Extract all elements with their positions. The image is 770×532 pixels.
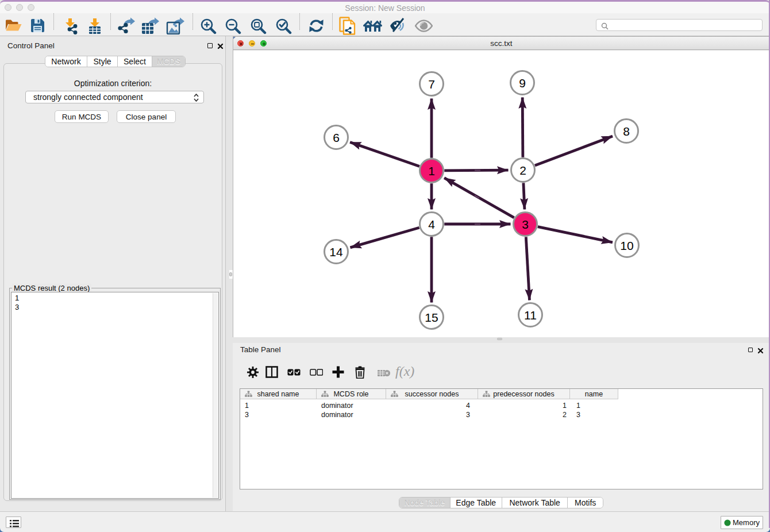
svg-text:3: 3	[522, 218, 529, 231]
svg-text:7: 7	[428, 78, 435, 91]
svg-text:14: 14	[329, 245, 343, 259]
svg-text:6: 6	[333, 131, 340, 144]
svg-text:2: 2	[519, 164, 526, 177]
svg-text:9: 9	[519, 76, 526, 90]
svg-text:1: 1	[428, 164, 435, 178]
svg-text:8: 8	[623, 125, 630, 138]
svg-text:4: 4	[428, 218, 435, 231]
svg-text:15: 15	[425, 311, 438, 324]
svg-text:11: 11	[524, 309, 537, 322]
svg-text:10: 10	[620, 239, 633, 252]
